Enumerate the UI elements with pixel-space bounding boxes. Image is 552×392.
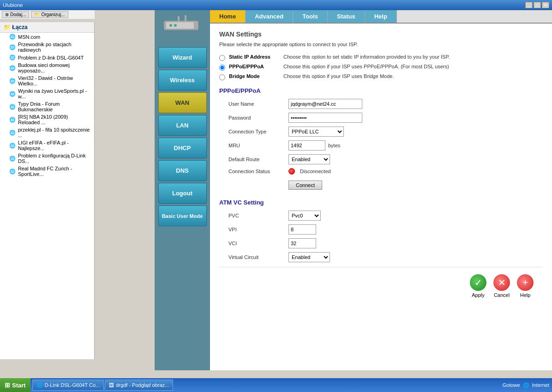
vci-control (288, 238, 316, 248)
svg-rect-2 (178, 16, 180, 22)
basic-user-mode-nav-button[interactable]: Basic User Mode (158, 205, 207, 226)
tab-advanced[interactable]: Advanced (246, 10, 293, 23)
status-dot-icon (288, 168, 295, 175)
static-ip-desc: Choose this option to set static IP info… (283, 54, 450, 60)
page-description: Please selecte the appropriate options t… (219, 42, 543, 47)
connection-type-select[interactable]: PPPoE LLC PPPoA LLC PPPoE VC-Mux PPPoA V… (288, 127, 344, 137)
help-button[interactable]: + Help (517, 274, 534, 298)
sidebar-item-6[interactable]: 🌐 Typy Dnia - Forum Bukmacherskie (0, 100, 94, 113)
close-button[interactable]: ✕ (542, 2, 549, 8)
bridge-desc: Choose this option if your ISP uses Brid… (283, 73, 394, 79)
start-button[interactable]: ⊞ Start (0, 378, 30, 392)
default-route-select[interactable]: Enabled Disabled (288, 154, 330, 164)
atm-form: PVC Pvc0 Pvc1 Pvc2 VPI (219, 211, 543, 262)
connection-status-control: Disconnected (288, 168, 331, 175)
connection-type-label: Connection Type (219, 129, 288, 134)
link-icon: 🌐 (9, 44, 16, 50)
taskbar-items: 🌐 D-Link DSL-G604T Co... 🖼 drgdf - Podgl… (30, 380, 500, 391)
virtual-circuit-label: Virtual Circuit (219, 254, 288, 260)
default-route-label: Default Route (219, 157, 288, 162)
dns-nav-button[interactable]: DNS (158, 160, 207, 181)
cancel-label: Cancel (494, 292, 510, 298)
username-label: User Name (219, 101, 288, 107)
logout-nav-button[interactable]: Logout (158, 183, 207, 204)
vci-row: VCI (219, 238, 543, 248)
tab-status[interactable]: Status (328, 10, 365, 23)
tab-home[interactable]: Home (210, 10, 246, 23)
internet-icon: 🌐 (523, 382, 529, 388)
connection-status-value: Disconnected (300, 169, 331, 174)
connection-status-row: Connection Status Disconnected (219, 168, 543, 175)
svg-point-5 (174, 24, 177, 27)
link-icon: 🌐 (9, 156, 16, 162)
wizard-nav-button[interactable]: Wizard (158, 47, 207, 68)
pvc-select[interactable]: Pvc0 Pvc1 Pvc2 (288, 211, 321, 221)
taskbar-item-0[interactable]: 🌐 D-Link DSL-G604T Co... (32, 380, 104, 391)
taskbar-ie-icon: 🌐 (36, 382, 43, 388)
connect-btn-container: Connect (288, 178, 543, 194)
link-icon: 🌐 (9, 117, 16, 123)
cancel-button[interactable]: ✕ Cancel (493, 274, 510, 298)
vpi-control (288, 224, 316, 235)
sidebar-item-2[interactable]: 🌐 Problem z D-link DSL-G604T (0, 54, 94, 61)
username-control (288, 99, 362, 109)
pppoe-desc: Choose this option if your ISP uses PPPo… (283, 64, 449, 69)
page-section-title: WAN Settings (219, 30, 543, 38)
organize-favorites-button[interactable]: 📁 Organizuj... (31, 11, 68, 18)
mru-control: bytes (288, 140, 340, 151)
sidebar-item-7[interactable]: 🌐 [RS] NBA 2k10 (2009) Reloaded ... (0, 113, 94, 126)
static-ip-radio[interactable] (219, 55, 225, 61)
lan-nav-button[interactable]: LAN (158, 115, 207, 136)
title-bar-buttons: _ □ ✕ (525, 2, 549, 8)
window-title: Ulubione (3, 2, 23, 8)
vpi-row: VPI (219, 224, 543, 235)
password-label: Password (219, 115, 288, 121)
virtual-circuit-select[interactable]: Enabled Disabled (288, 252, 330, 262)
sidebar-item-0[interactable]: 🌐 MSN.com (0, 33, 94, 41)
sidebar-item-10[interactable]: 🌐 Problem z konfiguracją D-Link DS... (0, 152, 94, 165)
sidebar-item-4[interactable]: 🌐 Vieri32 - Dawid - Ostrów Wielko... (0, 74, 94, 87)
apply-button[interactable]: ✓ Apply (470, 274, 486, 298)
link-icon: 🌐 (9, 104, 16, 110)
maximize-button[interactable]: □ (534, 2, 541, 8)
wan-nav-button[interactable]: WAN (158, 92, 207, 113)
favorites-folder[interactable]: 📁 Łącza (0, 22, 94, 33)
atm-section: ATM VC Setting PVC Pvc0 Pvc1 Pvc2 VPI (219, 199, 543, 262)
connect-button[interactable]: Connect (288, 181, 322, 190)
add-favorites-button[interactable]: ⊕ Dodaj... (2, 11, 29, 18)
sidebar-item-9[interactable]: 🌐 LIGI eFIFA - eFIFA.pl - Najlepsze... (0, 139, 94, 152)
taskbar-status-area: Gotowe 🌐 Internet (500, 382, 552, 388)
minimize-button[interactable]: _ (525, 2, 533, 8)
pppoe-form: User Name Password Connection Type PPPoE… (219, 99, 543, 175)
radio-row-pppoe: PPPoE/PPPoA Choose this option if your I… (219, 64, 543, 71)
pppoe-label: PPPoE/PPPoA (229, 64, 280, 69)
tab-help[interactable]: Help (365, 10, 397, 23)
radio-options: Static IP Address Choose this option to … (219, 54, 543, 80)
sidebar-item-11[interactable]: 🌐 Real Madrid FC Zurich - SportLive... (0, 165, 94, 178)
pppoe-radio[interactable] (219, 65, 225, 71)
add-icon: ⊕ (5, 12, 9, 17)
bridge-radio[interactable] (219, 74, 225, 80)
dhcp-nav-button[interactable]: DHCP (158, 138, 207, 158)
apply-icon: ✓ (470, 274, 486, 291)
svg-rect-3 (185, 15, 186, 22)
taskbar: ⊞ Start 🌐 D-Link DSL-G604T Co... 🖼 drgdf… (0, 378, 552, 392)
vci-label: VCI (219, 241, 288, 246)
wireless-nav-button[interactable]: Wireless (158, 70, 207, 90)
mru-label: MRU (219, 143, 288, 148)
username-input[interactable] (288, 99, 362, 109)
sidebar-item-1[interactable]: 🌐 Przewodnik po stacjach radiowych (0, 41, 94, 54)
router-nav-sidebar: Wizard Wireless WAN LAN DHCP DNS Logout … (155, 10, 210, 370)
sidebar-item-5[interactable]: 🌐 Wyniki na żywo LiveSports.pl - w... (0, 87, 94, 100)
password-input[interactable] (288, 113, 362, 123)
tab-tools[interactable]: Tools (293, 10, 328, 23)
page-content: WAN Settings Please selecte the appropri… (210, 24, 552, 312)
vci-input[interactable] (288, 238, 316, 248)
link-icon: 🌐 (9, 169, 16, 175)
mru-input[interactable] (288, 140, 325, 151)
sidebar-item-3[interactable]: 🌐 Budowa sieci domowej wyposażo... (0, 61, 94, 74)
sidebar-item-8[interactable]: 🌐 przeklej.pl - fifa 10 spolszczenie ... (0, 126, 94, 139)
taskbar-item-1[interactable]: 🖼 drgdf - Podgląd obraz... (105, 380, 173, 391)
vpi-input[interactable] (288, 224, 316, 235)
password-control (288, 113, 362, 123)
